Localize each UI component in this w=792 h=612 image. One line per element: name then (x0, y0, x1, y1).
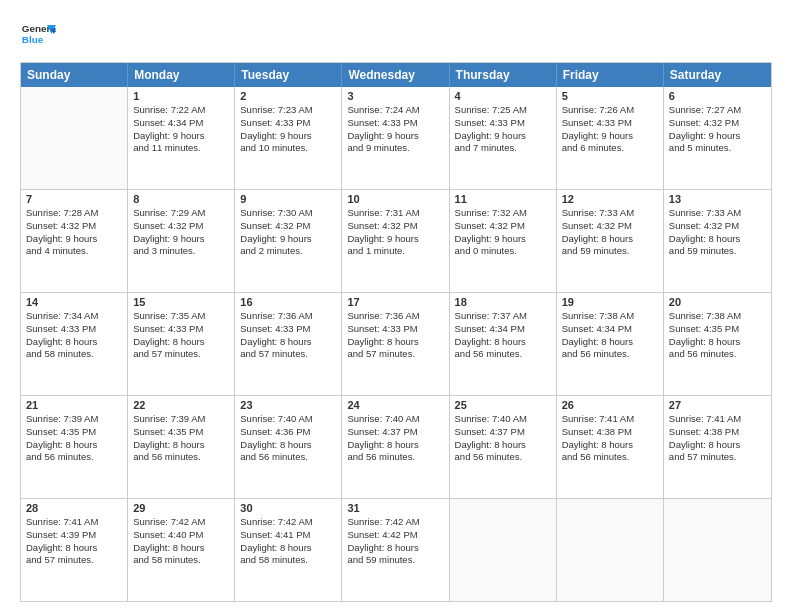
daylight-text: Daylight: 9 hours (133, 130, 229, 143)
day-number: 16 (240, 296, 336, 308)
day-cell-24: 24Sunrise: 7:40 AMSunset: 4:37 PMDayligh… (342, 396, 449, 498)
daylight-text2: and 9 minutes. (347, 142, 443, 155)
day-number: 3 (347, 90, 443, 102)
sunset-text: Sunset: 4:34 PM (133, 117, 229, 130)
sunrise-text: Sunrise: 7:40 AM (347, 413, 443, 426)
day-cell-16: 16Sunrise: 7:36 AMSunset: 4:33 PMDayligh… (235, 293, 342, 395)
daylight-text: Daylight: 9 hours (669, 130, 766, 143)
sunrise-text: Sunrise: 7:25 AM (455, 104, 551, 117)
sunset-text: Sunset: 4:33 PM (240, 117, 336, 130)
day-number: 29 (133, 502, 229, 514)
day-cell-3: 3Sunrise: 7:24 AMSunset: 4:33 PMDaylight… (342, 87, 449, 189)
sunset-text: Sunset: 4:40 PM (133, 529, 229, 542)
day-number: 8 (133, 193, 229, 205)
daylight-text2: and 57 minutes. (133, 348, 229, 361)
sunrise-text: Sunrise: 7:41 AM (669, 413, 766, 426)
day-number: 4 (455, 90, 551, 102)
daylight-text2: and 56 minutes. (669, 348, 766, 361)
day-cell-17: 17Sunrise: 7:36 AMSunset: 4:33 PMDayligh… (342, 293, 449, 395)
day-number: 22 (133, 399, 229, 411)
day-cell-22: 22Sunrise: 7:39 AMSunset: 4:35 PMDayligh… (128, 396, 235, 498)
sunset-text: Sunset: 4:32 PM (455, 220, 551, 233)
daylight-text2: and 58 minutes. (240, 554, 336, 567)
daylight-text2: and 58 minutes. (133, 554, 229, 567)
daylight-text: Daylight: 8 hours (669, 336, 766, 349)
daylight-text2: and 56 minutes. (26, 451, 122, 464)
day-number: 25 (455, 399, 551, 411)
header-day-friday: Friday (557, 63, 664, 87)
day-cell-15: 15Sunrise: 7:35 AMSunset: 4:33 PMDayligh… (128, 293, 235, 395)
daylight-text: Daylight: 9 hours (240, 233, 336, 246)
sunrise-text: Sunrise: 7:30 AM (240, 207, 336, 220)
sunrise-text: Sunrise: 7:33 AM (669, 207, 766, 220)
daylight-text: Daylight: 8 hours (562, 439, 658, 452)
daylight-text2: and 4 minutes. (26, 245, 122, 258)
sunset-text: Sunset: 4:35 PM (26, 426, 122, 439)
daylight-text: Daylight: 9 hours (347, 130, 443, 143)
calendar-week-5: 28Sunrise: 7:41 AMSunset: 4:39 PMDayligh… (21, 498, 771, 601)
daylight-text2: and 56 minutes. (133, 451, 229, 464)
sunset-text: Sunset: 4:37 PM (347, 426, 443, 439)
day-number: 28 (26, 502, 122, 514)
daylight-text2: and 5 minutes. (669, 142, 766, 155)
day-number: 31 (347, 502, 443, 514)
sunset-text: Sunset: 4:33 PM (133, 323, 229, 336)
daylight-text2: and 57 minutes. (347, 348, 443, 361)
header-day-thursday: Thursday (450, 63, 557, 87)
day-cell-19: 19Sunrise: 7:38 AMSunset: 4:34 PMDayligh… (557, 293, 664, 395)
day-number: 19 (562, 296, 658, 308)
day-cell-23: 23Sunrise: 7:40 AMSunset: 4:36 PMDayligh… (235, 396, 342, 498)
daylight-text2: and 0 minutes. (455, 245, 551, 258)
day-number: 18 (455, 296, 551, 308)
sunrise-text: Sunrise: 7:33 AM (562, 207, 658, 220)
daylight-text2: and 59 minutes. (669, 245, 766, 258)
day-cell-28: 28Sunrise: 7:41 AMSunset: 4:39 PMDayligh… (21, 499, 128, 601)
sunrise-text: Sunrise: 7:32 AM (455, 207, 551, 220)
sunset-text: Sunset: 4:39 PM (26, 529, 122, 542)
sunset-text: Sunset: 4:41 PM (240, 529, 336, 542)
calendar-week-4: 21Sunrise: 7:39 AMSunset: 4:35 PMDayligh… (21, 395, 771, 498)
sunrise-text: Sunrise: 7:39 AM (26, 413, 122, 426)
day-number: 2 (240, 90, 336, 102)
page: General Blue SundayMondayTuesdayWednesda… (0, 0, 792, 612)
daylight-text2: and 56 minutes. (562, 348, 658, 361)
sunrise-text: Sunrise: 7:31 AM (347, 207, 443, 220)
day-number: 21 (26, 399, 122, 411)
sunset-text: Sunset: 4:42 PM (347, 529, 443, 542)
calendar-body: 1Sunrise: 7:22 AMSunset: 4:34 PMDaylight… (21, 87, 771, 601)
day-number: 13 (669, 193, 766, 205)
daylight-text: Daylight: 8 hours (347, 542, 443, 555)
daylight-text: Daylight: 9 hours (562, 130, 658, 143)
daylight-text2: and 58 minutes. (26, 348, 122, 361)
empty-cell (664, 499, 771, 601)
daylight-text: Daylight: 8 hours (669, 439, 766, 452)
daylight-text2: and 59 minutes. (347, 554, 443, 567)
empty-cell (450, 499, 557, 601)
sunset-text: Sunset: 4:38 PM (562, 426, 658, 439)
daylight-text2: and 2 minutes. (240, 245, 336, 258)
header-day-monday: Monday (128, 63, 235, 87)
calendar-week-2: 7Sunrise: 7:28 AMSunset: 4:32 PMDaylight… (21, 189, 771, 292)
daylight-text2: and 57 minutes. (240, 348, 336, 361)
day-number: 24 (347, 399, 443, 411)
daylight-text: Daylight: 9 hours (133, 233, 229, 246)
sunset-text: Sunset: 4:37 PM (455, 426, 551, 439)
daylight-text: Daylight: 9 hours (240, 130, 336, 143)
day-number: 9 (240, 193, 336, 205)
day-cell-5: 5Sunrise: 7:26 AMSunset: 4:33 PMDaylight… (557, 87, 664, 189)
day-cell-31: 31Sunrise: 7:42 AMSunset: 4:42 PMDayligh… (342, 499, 449, 601)
day-cell-6: 6Sunrise: 7:27 AMSunset: 4:32 PMDaylight… (664, 87, 771, 189)
calendar-header: SundayMondayTuesdayWednesdayThursdayFrid… (21, 63, 771, 87)
daylight-text: Daylight: 8 hours (26, 336, 122, 349)
day-cell-12: 12Sunrise: 7:33 AMSunset: 4:32 PMDayligh… (557, 190, 664, 292)
day-number: 15 (133, 296, 229, 308)
sunset-text: Sunset: 4:32 PM (669, 220, 766, 233)
day-cell-7: 7Sunrise: 7:28 AMSunset: 4:32 PMDaylight… (21, 190, 128, 292)
sunrise-text: Sunrise: 7:27 AM (669, 104, 766, 117)
sunrise-text: Sunrise: 7:41 AM (562, 413, 658, 426)
daylight-text: Daylight: 8 hours (562, 336, 658, 349)
sunrise-text: Sunrise: 7:41 AM (26, 516, 122, 529)
calendar-week-1: 1Sunrise: 7:22 AMSunset: 4:34 PMDaylight… (21, 87, 771, 189)
header-day-tuesday: Tuesday (235, 63, 342, 87)
sunrise-text: Sunrise: 7:38 AM (562, 310, 658, 323)
